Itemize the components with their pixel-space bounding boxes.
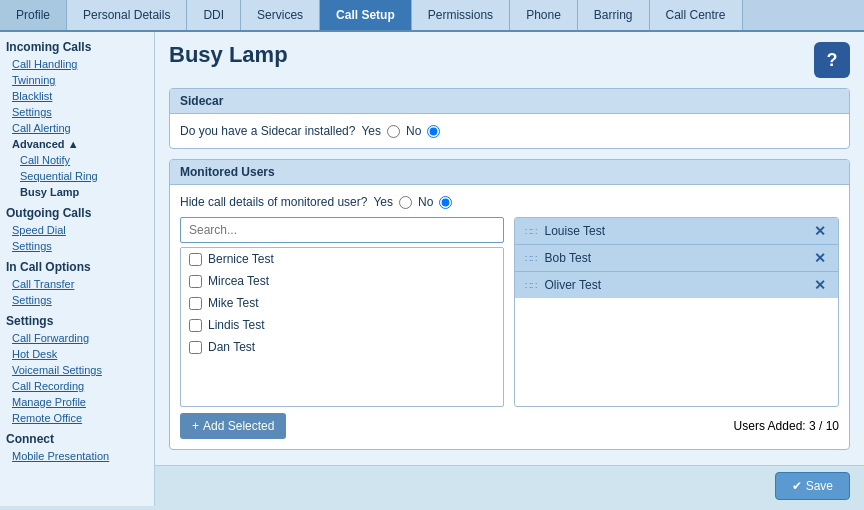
user-label: Mike Test — [208, 296, 258, 310]
sidecar-body: Do you have a Sidecar installed? Yes No — [170, 114, 849, 148]
hide-yes-radio[interactable] — [399, 196, 412, 209]
save-checkmark-icon: ✔ — [792, 479, 802, 493]
hide-yes-label: Yes — [373, 195, 393, 209]
drag-handle-icon[interactable]: ∷∷ — [525, 226, 537, 237]
tab-barring[interactable]: Barring — [578, 0, 650, 30]
sidebar-item-call-transfer[interactable]: Call Transfer — [4, 276, 150, 292]
tab-profile[interactable]: Profile — [0, 0, 67, 30]
list-item: ∷∷Louise Test✕ — [515, 218, 839, 245]
user-label: Lindis Test — [208, 318, 264, 332]
sidebar-section-connect: Connect — [4, 432, 150, 446]
bottom-row: + Add Selected Users Added: 3 / 10 — [180, 413, 839, 439]
sidebar-section-in-call-options: In Call Options — [4, 260, 150, 274]
remove-user-button[interactable]: ✕ — [812, 223, 828, 239]
users-added-text: Users Added: 3 / 10 — [734, 419, 839, 433]
tab-call-centre[interactable]: Call Centre — [650, 0, 743, 30]
sidebar-item-advanced[interactable]: Advanced ▲ — [4, 136, 150, 152]
hide-question: Hide call details of monitored user? — [180, 195, 367, 209]
page-title: Busy Lamp — [169, 42, 288, 68]
monitored-layout: Bernice TestMircea TestMike TestLindis T… — [180, 217, 839, 407]
sidebar-item-call-alerting[interactable]: Call Alerting — [4, 120, 150, 136]
tab-personal-details[interactable]: Personal Details — [67, 0, 187, 30]
added-user-name: Oliver Test — [545, 278, 805, 292]
hide-no-label: No — [418, 195, 433, 209]
sidecar-question: Do you have a Sidecar installed? — [180, 124, 355, 138]
sidebar-section-incoming-calls: Incoming Calls — [4, 40, 150, 54]
add-icon: + — [192, 419, 199, 433]
remove-user-button[interactable]: ✕ — [812, 277, 828, 293]
save-button[interactable]: ✔ Save — [775, 472, 850, 500]
sidebar-item-manage-profile[interactable]: Manage Profile — [4, 394, 150, 410]
sidebar-item-busy-lamp: Busy Lamp — [4, 184, 150, 200]
add-selected-button[interactable]: + Add Selected — [180, 413, 286, 439]
sidebar-item-call-forwarding[interactable]: Call Forwarding — [4, 330, 150, 346]
remove-user-button[interactable]: ✕ — [812, 250, 828, 266]
help-button[interactable]: ? — [814, 42, 850, 78]
monitored-header: Monitored Users — [170, 160, 849, 185]
added-user-name: Bob Test — [545, 251, 805, 265]
sidebar-item-blacklist[interactable]: Blacklist — [4, 88, 150, 104]
users-added-count: 3 / 10 — [809, 419, 839, 433]
sidebar-section-settings: Settings — [4, 314, 150, 328]
search-input[interactable] — [180, 217, 504, 243]
user-checkbox[interactable] — [189, 253, 202, 266]
tab-permissions[interactable]: Permissions — [412, 0, 510, 30]
sidebar-item-twinning[interactable]: Twinning — [4, 72, 150, 88]
sidebar: Incoming CallsCall HandlingTwinningBlack… — [0, 32, 155, 506]
added-user-name: Louise Test — [545, 224, 805, 238]
list-item[interactable]: Mircea Test — [181, 270, 503, 292]
sidebar-item-call-recording[interactable]: Call Recording — [4, 378, 150, 394]
sidecar-radio-row: Do you have a Sidecar installed? Yes No — [180, 124, 839, 138]
tab-ddi[interactable]: DDI — [187, 0, 241, 30]
drag-handle-icon[interactable]: ∷∷ — [525, 280, 537, 291]
available-users-list: Bernice TestMircea TestMike TestLindis T… — [180, 247, 504, 407]
user-label: Mircea Test — [208, 274, 269, 288]
added-users-panel: ∷∷Louise Test✕∷∷Bob Test✕∷∷Oliver Test✕ — [514, 217, 840, 407]
monitored-panel: Monitored Users Hide call details of mon… — [169, 159, 850, 450]
main-layout: Incoming CallsCall HandlingTwinningBlack… — [0, 32, 864, 506]
sidebar-item-speed-dial[interactable]: Speed Dial — [4, 222, 150, 238]
list-item[interactable]: Mike Test — [181, 292, 503, 314]
sidebar-item-remote-office[interactable]: Remote Office — [4, 410, 150, 426]
sidebar-item-settings[interactable]: Settings — [4, 104, 150, 120]
user-checkbox[interactable] — [189, 319, 202, 332]
add-selected-label: Add Selected — [203, 419, 274, 433]
available-users-panel: Bernice TestMircea TestMike TestLindis T… — [180, 217, 504, 407]
user-checkbox[interactable] — [189, 341, 202, 354]
top-nav: ProfilePersonal DetailsDDIServicesCall S… — [0, 0, 864, 32]
monitored-body: Hide call details of monitored user? Yes… — [170, 185, 849, 449]
sidebar-item-settings[interactable]: Settings — [4, 292, 150, 308]
page-header: Busy Lamp ? — [169, 42, 850, 78]
user-checkbox[interactable] — [189, 297, 202, 310]
sidebar-item-voicemail-settings[interactable]: Voicemail Settings — [4, 362, 150, 378]
sidebar-section-outgoing-calls: Outgoing Calls — [4, 206, 150, 220]
hide-details-row: Hide call details of monitored user? Yes… — [180, 195, 839, 209]
sidecar-no-radio[interactable] — [427, 125, 440, 138]
drag-handle-icon[interactable]: ∷∷ — [525, 253, 537, 264]
sidecar-yes-label: Yes — [361, 124, 381, 138]
sidebar-item-settings[interactable]: Settings — [4, 238, 150, 254]
content-area: Busy Lamp ? Sidecar Do you have a Sideca… — [155, 32, 864, 465]
tab-phone[interactable]: Phone — [510, 0, 578, 30]
sidecar-yes-radio[interactable] — [387, 125, 400, 138]
user-label: Bernice Test — [208, 252, 274, 266]
list-item: ∷∷Bob Test✕ — [515, 245, 839, 272]
sidebar-item-call-handling[interactable]: Call Handling — [4, 56, 150, 72]
sidebar-item-mobile-presentation[interactable]: Mobile Presentation — [4, 448, 150, 464]
sidecar-header: Sidecar — [170, 89, 849, 114]
tab-services[interactable]: Services — [241, 0, 320, 30]
sidebar-item-call-notify[interactable]: Call Notify — [4, 152, 150, 168]
list-item[interactable]: Lindis Test — [181, 314, 503, 336]
list-item: ∷∷Oliver Test✕ — [515, 272, 839, 298]
sidecar-no-label: No — [406, 124, 421, 138]
user-checkbox[interactable] — [189, 275, 202, 288]
save-label: Save — [806, 479, 833, 493]
list-item[interactable]: Bernice Test — [181, 248, 503, 270]
list-item[interactable]: Dan Test — [181, 336, 503, 358]
sidebar-item-sequential-ring[interactable]: Sequential Ring — [4, 168, 150, 184]
tab-call-setup[interactable]: Call Setup — [320, 0, 412, 30]
hide-no-radio[interactable] — [439, 196, 452, 209]
user-label: Dan Test — [208, 340, 255, 354]
footer-bar: ✔ Save — [155, 465, 864, 506]
sidebar-item-hot-desk[interactable]: Hot Desk — [4, 346, 150, 362]
